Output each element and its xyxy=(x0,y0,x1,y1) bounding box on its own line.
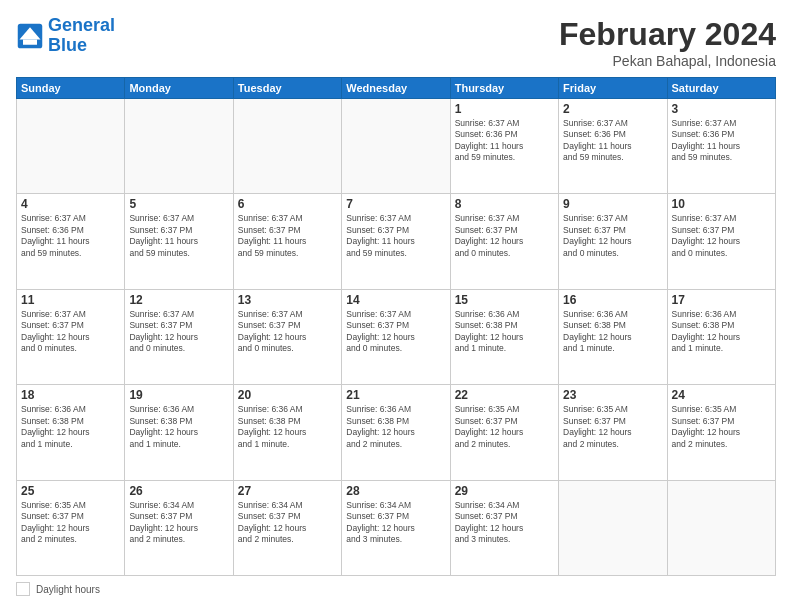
logo-text: General Blue xyxy=(48,16,115,56)
calendar-week-5: 25Sunrise: 6:35 AM Sunset: 6:37 PM Dayli… xyxy=(17,480,776,575)
day-info: Sunrise: 6:37 AM Sunset: 6:37 PM Dayligh… xyxy=(346,309,445,355)
calendar-cell: 5Sunrise: 6:37 AM Sunset: 6:37 PM Daylig… xyxy=(125,194,233,289)
day-number: 11 xyxy=(21,293,120,307)
day-info: Sunrise: 6:37 AM Sunset: 6:37 PM Dayligh… xyxy=(346,213,445,259)
day-info: Sunrise: 6:36 AM Sunset: 6:38 PM Dayligh… xyxy=(238,404,337,450)
logo: General Blue xyxy=(16,16,115,56)
day-number: 13 xyxy=(238,293,337,307)
col-header-wednesday: Wednesday xyxy=(342,78,450,99)
day-info: Sunrise: 6:35 AM Sunset: 6:37 PM Dayligh… xyxy=(455,404,554,450)
day-info: Sunrise: 6:37 AM Sunset: 6:37 PM Dayligh… xyxy=(563,213,662,259)
calendar-cell xyxy=(559,480,667,575)
day-info: Sunrise: 6:35 AM Sunset: 6:37 PM Dayligh… xyxy=(563,404,662,450)
day-number: 3 xyxy=(672,102,771,116)
day-number: 27 xyxy=(238,484,337,498)
day-info: Sunrise: 6:37 AM Sunset: 6:37 PM Dayligh… xyxy=(21,309,120,355)
calendar-cell: 3Sunrise: 6:37 AM Sunset: 6:36 PM Daylig… xyxy=(667,99,775,194)
logo-icon xyxy=(16,22,44,50)
title-block: February 2024 Pekan Bahapal, Indonesia xyxy=(559,16,776,69)
day-number: 28 xyxy=(346,484,445,498)
col-header-saturday: Saturday xyxy=(667,78,775,99)
calendar-cell: 16Sunrise: 6:36 AM Sunset: 6:38 PM Dayli… xyxy=(559,289,667,384)
day-info: Sunrise: 6:37 AM Sunset: 6:37 PM Dayligh… xyxy=(238,309,337,355)
calendar-cell: 14Sunrise: 6:37 AM Sunset: 6:37 PM Dayli… xyxy=(342,289,450,384)
calendar-cell: 18Sunrise: 6:36 AM Sunset: 6:38 PM Dayli… xyxy=(17,385,125,480)
calendar-week-4: 18Sunrise: 6:36 AM Sunset: 6:38 PM Dayli… xyxy=(17,385,776,480)
day-info: Sunrise: 6:34 AM Sunset: 6:37 PM Dayligh… xyxy=(238,500,337,546)
calendar-cell: 29Sunrise: 6:34 AM Sunset: 6:37 PM Dayli… xyxy=(450,480,558,575)
calendar-cell: 11Sunrise: 6:37 AM Sunset: 6:37 PM Dayli… xyxy=(17,289,125,384)
page: General Blue February 2024 Pekan Bahapal… xyxy=(0,0,792,612)
day-number: 7 xyxy=(346,197,445,211)
calendar-cell: 17Sunrise: 6:36 AM Sunset: 6:38 PM Dayli… xyxy=(667,289,775,384)
calendar-week-1: 1Sunrise: 6:37 AM Sunset: 6:36 PM Daylig… xyxy=(17,99,776,194)
day-number: 6 xyxy=(238,197,337,211)
day-number: 14 xyxy=(346,293,445,307)
day-number: 18 xyxy=(21,388,120,402)
calendar-cell: 24Sunrise: 6:35 AM Sunset: 6:37 PM Dayli… xyxy=(667,385,775,480)
header: General Blue February 2024 Pekan Bahapal… xyxy=(16,16,776,69)
day-info: Sunrise: 6:36 AM Sunset: 6:38 PM Dayligh… xyxy=(21,404,120,450)
day-info: Sunrise: 6:36 AM Sunset: 6:38 PM Dayligh… xyxy=(129,404,228,450)
day-info: Sunrise: 6:37 AM Sunset: 6:36 PM Dayligh… xyxy=(563,118,662,164)
day-number: 17 xyxy=(672,293,771,307)
day-number: 25 xyxy=(21,484,120,498)
col-header-monday: Monday xyxy=(125,78,233,99)
day-number: 4 xyxy=(21,197,120,211)
calendar-cell: 4Sunrise: 6:37 AM Sunset: 6:36 PM Daylig… xyxy=(17,194,125,289)
logo-line2: Blue xyxy=(48,35,87,55)
calendar-cell: 15Sunrise: 6:36 AM Sunset: 6:38 PM Dayli… xyxy=(450,289,558,384)
calendar-cell: 13Sunrise: 6:37 AM Sunset: 6:37 PM Dayli… xyxy=(233,289,341,384)
day-info: Sunrise: 6:37 AM Sunset: 6:37 PM Dayligh… xyxy=(672,213,771,259)
day-number: 16 xyxy=(563,293,662,307)
calendar-cell: 26Sunrise: 6:34 AM Sunset: 6:37 PM Dayli… xyxy=(125,480,233,575)
day-number: 23 xyxy=(563,388,662,402)
day-number: 2 xyxy=(563,102,662,116)
calendar-week-2: 4Sunrise: 6:37 AM Sunset: 6:36 PM Daylig… xyxy=(17,194,776,289)
calendar-header-row: SundayMondayTuesdayWednesdayThursdayFrid… xyxy=(17,78,776,99)
calendar-cell: 1Sunrise: 6:37 AM Sunset: 6:36 PM Daylig… xyxy=(450,99,558,194)
col-header-thursday: Thursday xyxy=(450,78,558,99)
day-info: Sunrise: 6:37 AM Sunset: 6:36 PM Dayligh… xyxy=(21,213,120,259)
calendar-cell: 6Sunrise: 6:37 AM Sunset: 6:37 PM Daylig… xyxy=(233,194,341,289)
calendar-cell: 19Sunrise: 6:36 AM Sunset: 6:38 PM Dayli… xyxy=(125,385,233,480)
footer-note: Daylight hours xyxy=(16,582,776,596)
day-number: 29 xyxy=(455,484,554,498)
day-info: Sunrise: 6:34 AM Sunset: 6:37 PM Dayligh… xyxy=(346,500,445,546)
calendar-cell: 8Sunrise: 6:37 AM Sunset: 6:37 PM Daylig… xyxy=(450,194,558,289)
day-number: 19 xyxy=(129,388,228,402)
day-info: Sunrise: 6:36 AM Sunset: 6:38 PM Dayligh… xyxy=(346,404,445,450)
day-info: Sunrise: 6:35 AM Sunset: 6:37 PM Dayligh… xyxy=(21,500,120,546)
day-info: Sunrise: 6:36 AM Sunset: 6:38 PM Dayligh… xyxy=(455,309,554,355)
col-header-sunday: Sunday xyxy=(17,78,125,99)
calendar-cell: 12Sunrise: 6:37 AM Sunset: 6:37 PM Dayli… xyxy=(125,289,233,384)
day-info: Sunrise: 6:36 AM Sunset: 6:38 PM Dayligh… xyxy=(563,309,662,355)
day-number: 9 xyxy=(563,197,662,211)
day-number: 21 xyxy=(346,388,445,402)
day-number: 5 xyxy=(129,197,228,211)
calendar-table: SundayMondayTuesdayWednesdayThursdayFrid… xyxy=(16,77,776,576)
day-info: Sunrise: 6:35 AM Sunset: 6:37 PM Dayligh… xyxy=(672,404,771,450)
day-number: 10 xyxy=(672,197,771,211)
calendar-cell: 2Sunrise: 6:37 AM Sunset: 6:36 PM Daylig… xyxy=(559,99,667,194)
calendar-cell: 28Sunrise: 6:34 AM Sunset: 6:37 PM Dayli… xyxy=(342,480,450,575)
col-header-tuesday: Tuesday xyxy=(233,78,341,99)
daylight-label: Daylight hours xyxy=(36,584,100,595)
svg-rect-2 xyxy=(23,39,37,44)
calendar-cell: 7Sunrise: 6:37 AM Sunset: 6:37 PM Daylig… xyxy=(342,194,450,289)
calendar-cell: 20Sunrise: 6:36 AM Sunset: 6:38 PM Dayli… xyxy=(233,385,341,480)
col-header-friday: Friday xyxy=(559,78,667,99)
day-info: Sunrise: 6:37 AM Sunset: 6:36 PM Dayligh… xyxy=(672,118,771,164)
calendar-cell xyxy=(667,480,775,575)
day-info: Sunrise: 6:37 AM Sunset: 6:37 PM Dayligh… xyxy=(238,213,337,259)
calendar-cell xyxy=(125,99,233,194)
calendar-cell: 22Sunrise: 6:35 AM Sunset: 6:37 PM Dayli… xyxy=(450,385,558,480)
month-title: February 2024 xyxy=(559,16,776,53)
calendar-cell xyxy=(233,99,341,194)
calendar-cell: 27Sunrise: 6:34 AM Sunset: 6:37 PM Dayli… xyxy=(233,480,341,575)
calendar-cell xyxy=(17,99,125,194)
day-number: 8 xyxy=(455,197,554,211)
calendar-cell: 21Sunrise: 6:36 AM Sunset: 6:38 PM Dayli… xyxy=(342,385,450,480)
calendar-cell: 9Sunrise: 6:37 AM Sunset: 6:37 PM Daylig… xyxy=(559,194,667,289)
day-number: 1 xyxy=(455,102,554,116)
